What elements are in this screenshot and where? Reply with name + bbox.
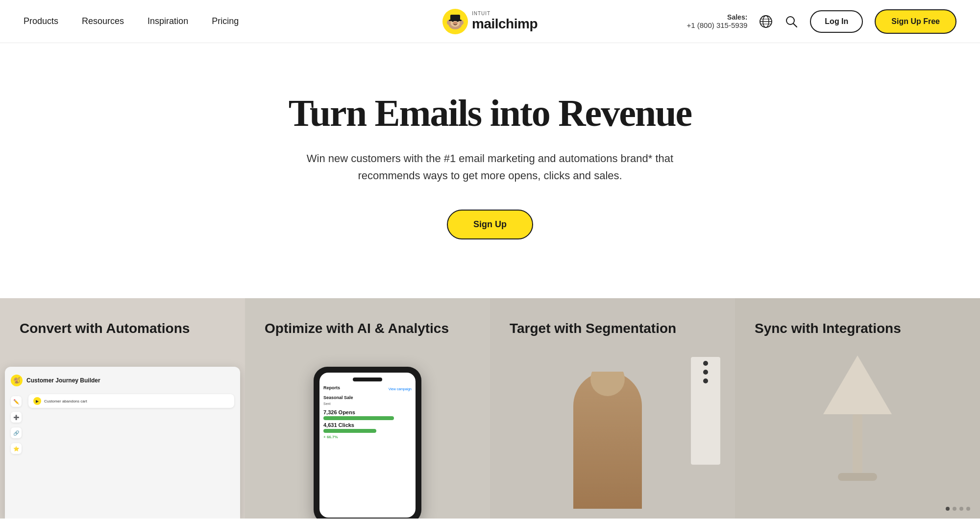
nav-pricing[interactable]: Pricing [212, 16, 239, 26]
nav-resources[interactable]: Resources [82, 16, 124, 26]
carousel-dot-2[interactable] [953, 507, 956, 511]
journey-icon: 🐒 [11, 375, 23, 386]
view-campaign-link[interactable]: View campaign [389, 387, 412, 391]
hero-subtitle: Win new customers with the #1 email mark… [299, 150, 681, 184]
sales-info: Sales: +1 (800) 315-5939 [686, 13, 747, 29]
opens-stat: 7,326 Opens [323, 409, 412, 415]
hero-title: Turn Emails into Revenue [289, 92, 691, 134]
nav-right: Sales: +1 (800) 315-5939 Log In Sign Up … [686, 9, 956, 34]
journey-title-label: Customer Journey Builder [26, 377, 100, 384]
journey-sidebar: ✏️ ➕ 🔗 ⭐ [11, 396, 22, 454]
campaign-name: Seasonal Sale [323, 395, 412, 400]
lamp-shape [838, 400, 877, 481]
ruler-dot-1 [703, 361, 708, 366]
lamp-base-bottom [838, 473, 877, 481]
navbar: Products Resources Inspiration Pricing [0, 0, 980, 43]
mailchimp-logo-icon [442, 9, 468, 34]
phone-notch [353, 378, 382, 381]
lamp-mock [813, 372, 902, 509]
journey-header: 🐒 Customer Journey Builder [11, 375, 234, 386]
journey-node: ▶ Customer abandons cart [28, 394, 234, 408]
globe-icon[interactable] [759, 15, 773, 28]
svg-line-16 [794, 24, 797, 27]
node-icon: ▶ [33, 397, 41, 405]
ruler-dot-2 [703, 370, 708, 375]
sidebar-link-icon: 🔗 [11, 427, 22, 438]
feature-card-integrations[interactable]: Sync with Integrations [735, 298, 980, 519]
feature-card-automations[interactable]: Convert with Automations 🐒 Customer Jour… [0, 298, 245, 519]
sales-label: Sales: [727, 13, 747, 21]
carousel-dot-4[interactable] [966, 507, 970, 511]
ruler-dot-3 [703, 378, 708, 383]
carousel-dots [946, 507, 970, 511]
feature-card-ai[interactable]: Optimize with AI & Analytics Reports Vie… [245, 298, 490, 519]
person-silhouette [573, 372, 642, 509]
lamp-pole [853, 414, 862, 473]
feature-title-integrations: Sync with Integrations [755, 320, 960, 337]
intuit-label: INTUIT [472, 11, 490, 16]
clicks-stat: 4,631 Clicks [323, 422, 412, 428]
campaign-sent: Sent [323, 402, 412, 405]
sidebar-pencil-icon: ✏️ [11, 396, 22, 407]
logo-text: INTUIT mailchimp [472, 11, 538, 32]
hero-signup-button[interactable]: Sign Up [447, 210, 533, 239]
feature-title-segmentation: Target with Segmentation [510, 320, 715, 337]
svg-point-7 [453, 22, 458, 25]
journey-node-label: Customer abandons cart [44, 399, 87, 403]
sales-phone: +1 (800) 315-5939 [686, 21, 747, 29]
search-icon[interactable] [784, 15, 798, 28]
reports-label: Reports [323, 385, 340, 390]
feature-card-segmentation[interactable]: Target with Segmentation [490, 298, 735, 519]
carousel-dot-1[interactable] [946, 507, 950, 511]
nav-left: Products Resources Inspiration Pricing [24, 16, 239, 26]
features-row: Convert with Automations 🐒 Customer Jour… [0, 298, 980, 519]
logo-area: INTUIT mailchimp [442, 9, 538, 34]
ruler-mock [691, 357, 720, 465]
signup-free-button[interactable]: Sign Up Free [875, 9, 956, 34]
phone-mock: Reports View campaign Seasonal Sale Sent… [314, 367, 421, 519]
feature-title-automations: Convert with Automations [20, 320, 225, 337]
sidebar-plus-icon: ➕ [11, 412, 22, 423]
sidebar-star-icon: ⭐ [11, 443, 22, 454]
opens-bar [323, 416, 394, 420]
svg-rect-11 [449, 20, 462, 21]
mailchimp-label: mailchimp [472, 16, 538, 32]
feature-title-ai: Optimize with AI & Analytics [265, 320, 470, 337]
journey-builder-mock: 🐒 Customer Journey Builder ✏️ ➕ 🔗 ⭐ ▶ Cu… [5, 367, 240, 519]
logo[interactable]: INTUIT mailchimp [442, 9, 538, 34]
journey-content: ▶ Customer abandons cart [28, 394, 234, 408]
person-head [590, 372, 625, 396]
svg-point-15 [786, 17, 794, 24]
login-button[interactable]: Log In [810, 10, 863, 33]
carousel-dot-3[interactable] [959, 507, 963, 511]
phone-screen: Reports View campaign Seasonal Sale Sent… [319, 373, 416, 518]
clicks-bar [323, 429, 376, 433]
nav-inspiration[interactable]: Inspiration [147, 16, 188, 26]
hero-section: Turn Emails into Revenue Win new custome… [0, 43, 980, 298]
percent-stat: + 66.7% [323, 435, 412, 439]
nav-products[interactable]: Products [24, 16, 58, 26]
lamp-shade [823, 355, 892, 414]
person-mock [559, 372, 657, 519]
